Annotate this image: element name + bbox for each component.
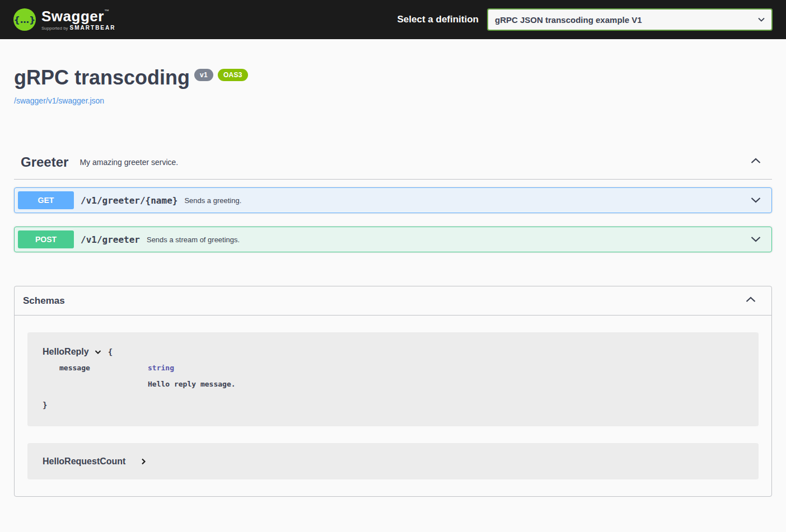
schemas-header[interactable]: Schemas: [15, 286, 771, 316]
schemas-title: Schemas: [23, 295, 65, 307]
chevron-up-icon: [744, 293, 757, 307]
swagger-logo[interactable]: {…} Swagger™ Supported bySMARTBEAR: [13, 8, 115, 31]
version-badge: v1: [194, 69, 213, 81]
logo-text: Swagger™ Supported bySMARTBEAR: [41, 9, 115, 31]
model-hello-request-count[interactable]: HelloRequestCount: [27, 443, 759, 479]
collapse-model-button[interactable]: [93, 347, 102, 356]
tag-section-greeter[interactable]: Greeter My amazing greeter service.: [14, 145, 772, 180]
collapse-tag-button[interactable]: [746, 154, 765, 170]
model-hello-reply: HelloReply { message string Hello reply …: [27, 332, 759, 426]
expand-operation-button[interactable]: [749, 193, 762, 208]
property-description: Hello reply message.: [148, 380, 743, 388]
model-title: HelloRequestCount: [43, 456, 125, 467]
page-title: gRPC transcodingv1OAS3: [14, 66, 772, 90]
expand-operation-button[interactable]: [749, 232, 762, 247]
close-brace: }: [43, 401, 743, 409]
model-title: HelloReply: [43, 347, 89, 357]
definition-select[interactable]: gRPC JSON transcoding example V1: [487, 8, 773, 31]
tag-description: My amazing greeter service.: [79, 158, 178, 167]
opblock-get-greeter: GET /v1/greeter/{name} Sends a greeting.: [14, 187, 772, 213]
operation-summary: Sends a stream of greetings.: [147, 236, 240, 244]
definition-select-wrapper: gRPC JSON transcoding example V1: [487, 8, 773, 31]
smartbear-wordmark: SMARTBEAR: [70, 25, 116, 31]
opblock-summary[interactable]: POST /v1/greeter Sends a stream of greet…: [15, 227, 771, 252]
logo-subtitle: Supported bySMARTBEAR: [41, 25, 115, 31]
logo-wordmark: Swagger™: [41, 9, 115, 23]
svg-text:{…}: {…}: [14, 15, 36, 25]
chevron-right-icon: [139, 457, 148, 466]
model-title-row: HelloReply {: [43, 347, 743, 357]
api-info-section: gRPC transcodingv1OAS3 /swagger/v1/swagg…: [14, 39, 772, 106]
select-definition-label: Select a definition: [397, 14, 479, 25]
collapse-schemas-button[interactable]: [741, 293, 760, 308]
opblock-post-greeter: POST /v1/greeter Sends a stream of greet…: [14, 227, 772, 252]
chevron-down-icon: [93, 347, 102, 356]
expand-model-button[interactable]: [139, 457, 148, 466]
open-brace: {: [108, 347, 113, 356]
http-method-badge: POST: [18, 230, 74, 248]
operation-summary: Sends a greeting.: [184, 196, 241, 205]
schemas-body: HelloReply { message string Hello reply …: [15, 316, 771, 496]
chevron-up-icon: [749, 154, 762, 168]
operation-path: /v1/greeter: [81, 234, 140, 245]
tag-title: Greeter: [21, 154, 68, 170]
definition-selector-area: Select a definition gRPC JSON transcodin…: [397, 8, 773, 31]
chevron-down-icon: [749, 232, 762, 246]
opblock-summary[interactable]: GET /v1/greeter/{name} Sends a greeting.: [15, 188, 771, 213]
schemas-section: Schemas HelloReply {: [14, 286, 772, 497]
topbar: {…} Swagger™ Supported bySMARTBEAR Selec…: [0, 0, 786, 39]
main-content: gRPC transcodingv1OAS3 /swagger/v1/swagg…: [0, 39, 786, 497]
trademark-symbol: ™: [104, 8, 110, 14]
property-type: string: [148, 364, 743, 372]
spec-json-link[interactable]: /swagger/v1/swagger.json: [14, 96, 104, 105]
http-method-badge: GET: [18, 191, 74, 209]
oas3-badge: OAS3: [218, 69, 248, 81]
swagger-logo-icon: {…}: [13, 8, 36, 31]
property-name: message: [43, 364, 148, 372]
operation-path: /v1/greeter/{name}: [81, 195, 177, 206]
chevron-down-icon: [749, 193, 762, 206]
model-properties: message string Hello reply message.: [43, 364, 743, 388]
